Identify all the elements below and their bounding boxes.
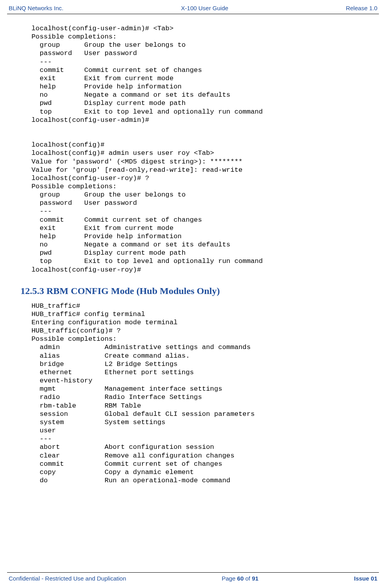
code-block-1: localhost(config-user-admin)# <Tab> Poss… [31,24,360,274]
page-content: localhost(config-user-admin)# <Tab> Poss… [7,14,379,485]
page-footer: Confidential - Restricted Use and Duplic… [7,572,379,584]
footer-left: Confidential - Restricted Use and Duplic… [9,575,126,582]
code-block-2: HUB_traffic# HUB_traffic# config termina… [31,302,360,485]
section-heading: 12.5.3 RBM CONFIG Mode (Hub Modules Only… [20,286,360,296]
footer-center: Page 60 of 91 [222,575,258,582]
footer-right: Issue 01 [354,575,377,582]
header-right: Release 1.0 [346,5,377,11]
page-header: BLiNQ Networks Inc. X-100 User Guide Rel… [7,5,379,14]
page: BLiNQ Networks Inc. X-100 User Guide Rel… [0,0,386,588]
header-left: BLiNQ Networks Inc. [9,5,63,11]
header-center: X-100 User Guide [181,5,228,11]
